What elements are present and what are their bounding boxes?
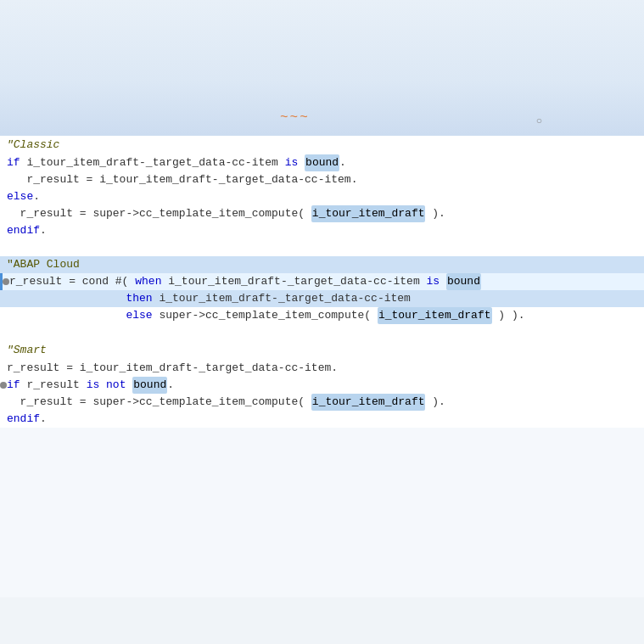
top-gradient-area: ~~~ ○ xyxy=(0,0,644,136)
line-abap-active: r_result = cond #( when i_tour_item_draf… xyxy=(0,273,644,290)
line-smart-3: r_result = super->cc_template_item_compu… xyxy=(0,394,644,411)
line-5: endif. xyxy=(0,222,644,239)
line-smart-1: r_result = i_tour_item_draft-_target_dat… xyxy=(0,360,644,377)
circle-decoration: ○ xyxy=(536,115,542,127)
empty-2 xyxy=(0,324,644,341)
line-4: r_result = super->cc_template_item_compu… xyxy=(0,205,644,222)
bottom-area xyxy=(0,428,644,597)
section-smart-label: "Smart xyxy=(0,341,644,360)
line-1: if i_tour_item_draft-_target_data-cc-ite… xyxy=(0,154,644,171)
line-smart-2: if r_result is not bound. xyxy=(0,377,644,394)
line-abap-then: then i_tour_item_draft-_target_data-cc-i… xyxy=(0,290,644,307)
line-2: r_result = i_tour_item_draft-_target_dat… xyxy=(0,171,644,188)
line-abap-label: "ABAP Cloud xyxy=(0,256,644,273)
empty-1 xyxy=(0,239,644,256)
line-abap-else: else super->cc_template_item_compute( i_… xyxy=(0,307,644,324)
section-classic-label: "Classic xyxy=(0,136,644,154)
line-3: else. xyxy=(0,188,644,205)
line-smart-4: endif. xyxy=(0,411,644,428)
code-editor[interactable]: "Classic if i_tour_item_draft-_target_da… xyxy=(0,136,644,428)
squiggle-decoration: ~~~ xyxy=(280,110,310,126)
